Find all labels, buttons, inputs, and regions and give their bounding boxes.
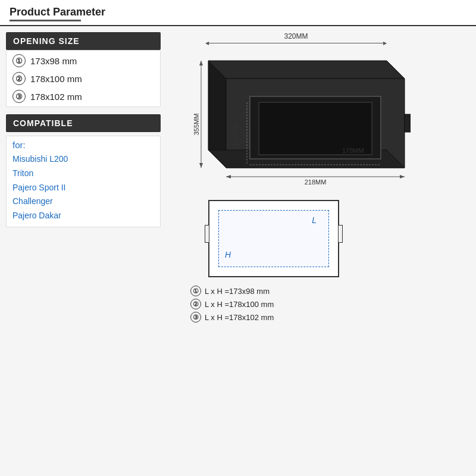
size-list: ① 173x98 mm ② 178x100 mm ③ 178x102 mm — [6, 50, 161, 107]
size-num-3: ③ — [12, 90, 26, 103]
compatible-item-1: Misubishi L200 — [12, 152, 154, 167]
diagram-size-value-2: L x H =178x100 mm — [205, 300, 274, 309]
size-num-1: ① — [12, 54, 26, 67]
compatible-label: COMPATIBLE — [6, 114, 161, 132]
fascia-3d-svg: 355MM 218MM 178MM 102MM — [190, 49, 411, 192]
dim-top-arrow: ◀ ▶ — [205, 40, 387, 46]
size-item-1: ① 173x98 mm — [12, 54, 156, 67]
compatible-section: COMPATIBLE for: Misubishi L200 Triton Pa… — [6, 114, 161, 227]
page-title: Product Parameter — [10, 6, 105, 18]
right-tab — [338, 225, 343, 243]
compatible-item-3: Pajero Sport II — [12, 181, 154, 195]
dim-top-label: 320MM — [205, 32, 387, 40]
arrow-line-top — [209, 43, 383, 43]
compatible-item-2: Triton — [12, 167, 154, 181]
main-content: OPENING SIZE ① 173x98 mm ② 178x100 mm ③ … — [0, 26, 476, 476]
page-header: Product Parameter — [0, 0, 476, 26]
diagram-size-item-3: ③ L x H =178x102 mm — [190, 312, 274, 322]
arrow-right-icon: ▶ — [383, 40, 387, 46]
svg-marker-12 — [400, 175, 405, 178]
right-panel: 320MM ◀ ▶ — [167, 32, 470, 470]
dim-side-svg-label: 355MM — [193, 114, 200, 136]
svg-marker-9 — [199, 163, 203, 168]
left-panel: OPENING SIZE ① 173x98 mm ② 178x100 mm ③ … — [6, 32, 161, 470]
header-underline — [10, 20, 81, 21]
svg-rect-6 — [405, 114, 411, 132]
dim-top-area: 320MM ◀ ▶ — [205, 32, 387, 46]
diagram-size-value-3: L x H =178x102 mm — [205, 313, 274, 322]
dim-inner-w-svg-label: 178MM — [342, 147, 364, 154]
compatible-item-4: Challenger — [12, 195, 154, 209]
diagram-num-3: ③ — [190, 312, 201, 322]
svg-marker-11 — [226, 175, 231, 178]
compatible-for: for: — [12, 140, 154, 150]
diagram-size-value-1: L x H =173x98 mm — [205, 287, 270, 296]
dim-inner-h-svg-label: 102MM — [232, 124, 239, 146]
page-wrapper: Product Parameter OPENING SIZE ① 173x98 … — [0, 0, 476, 476]
diagram-size-item-2: ② L x H =178x100 mm — [190, 299, 274, 309]
opening-size-section: OPENING SIZE ① 173x98 mm ② 178x100 mm ③ … — [6, 32, 161, 107]
compatible-item-5: Pajero Dakar — [12, 209, 154, 223]
inner-dashed-rect: L H — [218, 210, 329, 267]
size-value-3: 178x102 mm — [30, 92, 82, 102]
h-label: H — [225, 250, 231, 259]
size-num-2: ② — [12, 72, 26, 85]
svg-marker-0 — [208, 61, 405, 79]
product-3d-section: 320MM ◀ ▶ — [173, 32, 470, 192]
l-label: L — [312, 215, 317, 225]
size-item-2: ② 178x100 mm — [12, 72, 156, 85]
diagram-num-1: ① — [190, 286, 201, 296]
opening-size-label: OPENING SIZE — [6, 32, 161, 50]
svg-marker-8 — [199, 61, 203, 65]
diagram-size-item-1: ① L x H =173x98 mm — [190, 286, 274, 296]
left-tab — [205, 225, 209, 243]
size-value-1: 173x98 mm — [30, 56, 77, 66]
diagram-num-2: ② — [190, 299, 201, 309]
size-item-3: ③ 178x102 mm — [12, 90, 156, 103]
compatible-list: for: Misubishi L200 Triton Pajero Sport … — [6, 136, 161, 227]
dim-bottom-svg-label: 218MM — [305, 178, 327, 186]
flat-diagram-rect: L H — [208, 200, 339, 277]
flat-diagram-section: L H ① L x H =173x98 mm ② L x H =178x100 … — [173, 200, 470, 325]
size-value-2: 178x100 mm — [30, 74, 82, 84]
diagram-dim-list: ① L x H =173x98 mm ② L x H =178x100 mm ③… — [190, 283, 274, 325]
